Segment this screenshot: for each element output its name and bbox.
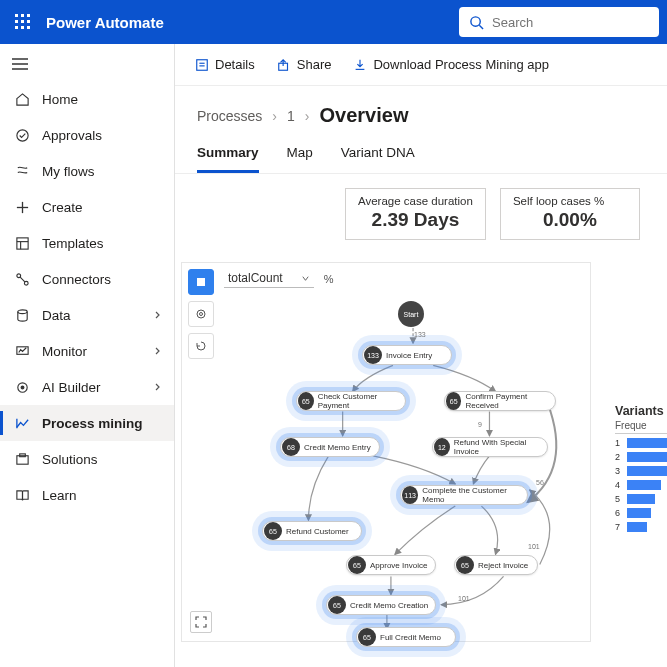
search-input[interactable] <box>492 15 649 30</box>
sidebar-item-approvals[interactable]: Approvals <box>0 117 174 153</box>
monitor-icon <box>12 344 32 359</box>
node-count-badge: 65 <box>264 522 282 540</box>
process-node-refund_customer[interactable]: 65Refund Customer <box>262 521 362 541</box>
edge-count-label: 56 <box>536 479 544 486</box>
variant-row[interactable]: 3 <box>615 466 667 476</box>
node-label: Credit Memo Creation <box>350 601 428 610</box>
cmd-label: Details <box>215 57 255 72</box>
sidebar-item-create[interactable]: Create <box>0 189 174 225</box>
process-node-check_customer_payment[interactable]: 65Check Customer Payment <box>296 391 406 411</box>
metric-row: Average case duration 2.39 Days Self loo… <box>345 188 640 240</box>
node-count-badge: 65 <box>328 596 346 614</box>
content-area: Details Share Download Process Mining ap… <box>175 44 667 667</box>
search-icon <box>469 15 484 30</box>
diagram-mode-2[interactable] <box>188 301 214 327</box>
sidebar-item-templates[interactable]: Templates <box>0 225 174 261</box>
svg-rect-30 <box>197 59 208 70</box>
process-mining-icon <box>12 416 32 431</box>
sidebar-item-data[interactable]: Data <box>0 297 174 333</box>
share-button[interactable]: Share <box>277 57 332 72</box>
sidebar-item-connectors[interactable]: Connectors <box>0 261 174 297</box>
solutions-icon <box>12 452 32 467</box>
node-count-badge: 65 <box>358 628 376 646</box>
download-button[interactable]: Download Process Mining app <box>353 57 549 72</box>
variant-index: 2 <box>615 452 623 462</box>
variant-row[interactable]: 5 <box>615 494 667 504</box>
variant-row[interactable]: 6 <box>615 508 667 518</box>
plus-icon <box>12 200 32 215</box>
cmd-label: Share <box>297 57 332 72</box>
app-launcher-icon[interactable] <box>8 7 38 37</box>
sidebar-toggle[interactable] <box>0 50 174 81</box>
ai-icon <box>12 380 32 395</box>
diagram-mode-1[interactable] <box>188 269 214 295</box>
variant-row[interactable]: 2 <box>615 452 667 462</box>
variant-index: 4 <box>615 480 623 490</box>
metric-dropdown[interactable]: totalCount <box>224 269 314 288</box>
start-node[interactable]: Start <box>398 301 424 327</box>
node-label: Reject Invoice <box>478 561 528 570</box>
sidebar-item-label: Home <box>42 92 78 107</box>
edge-count-label: 101 <box>458 595 470 602</box>
details-button[interactable]: Details <box>195 57 255 72</box>
variant-row[interactable]: 4 <box>615 480 667 490</box>
metric-value: 2.39 Days <box>358 209 473 231</box>
node-label: Refund Customer <box>286 527 349 536</box>
sidebar-item-myflows[interactable]: My flows <box>0 153 174 189</box>
breadcrumb-root[interactable]: Processes <box>197 108 262 124</box>
sidebar-item-label: Connectors <box>42 272 111 287</box>
brand-title: Power Automate <box>46 14 164 31</box>
process-node-complete_customer_memo[interactable]: 113Complete the Customer Memo <box>400 485 528 505</box>
page-title: Overview <box>320 104 409 127</box>
variant-row[interactable]: 1 <box>615 438 667 448</box>
node-count-badge: 133 <box>364 346 382 364</box>
variant-bar <box>627 466 667 476</box>
node-label: Full Credit Memo <box>380 633 441 642</box>
variant-row[interactable]: 7 <box>615 522 667 532</box>
node-count-badge: 65 <box>446 392 461 410</box>
process-node-approve_invoice[interactable]: 65Approve Invoice <box>346 555 436 575</box>
approvals-icon <box>12 128 32 143</box>
process-node-reject_invoice[interactable]: 65Reject Invoice <box>454 555 538 575</box>
flows-icon <box>12 164 32 179</box>
top-bar: Power Automate <box>0 0 667 44</box>
sidebar-item-process-mining[interactable]: Process mining <box>0 405 174 441</box>
sidebar-item-label: Monitor <box>42 344 87 359</box>
process-node-full_credit_memo[interactable]: 65Full Credit Memo <box>356 627 456 647</box>
search-box[interactable] <box>459 7 659 37</box>
sidebar-item-label: Templates <box>42 236 104 251</box>
metric-label: Self loop cases % <box>513 195 627 207</box>
tab-map[interactable]: Map <box>287 145 313 173</box>
metric-label: Average case duration <box>358 195 473 207</box>
process-node-credit_memo_creation[interactable]: 65Credit Memo Creation <box>326 595 436 615</box>
tab-summary[interactable]: Summary <box>197 145 259 173</box>
sidebar-item-solutions[interactable]: Solutions <box>0 441 174 477</box>
sidebar-item-monitor[interactable]: Monitor <box>0 333 174 369</box>
variants-panel: Variants Freque 1234567 <box>615 404 667 532</box>
process-graph[interactable]: Start 133Invoice Entry65Check Customer P… <box>222 307 584 635</box>
process-node-confirm_payment_received[interactable]: 65Confirm Payment Received <box>444 391 556 411</box>
node-label: Confirm Payment Received <box>465 392 549 410</box>
node-count-badge: 65 <box>456 556 474 574</box>
node-label: Credit Memo Entry <box>304 443 371 452</box>
expand-diagram-button[interactable] <box>190 611 212 633</box>
svg-line-10 <box>479 25 483 29</box>
svg-point-36 <box>197 310 205 318</box>
process-node-invoice_entry[interactable]: 133Invoice Entry <box>362 345 452 365</box>
node-label: Invoice Entry <box>386 351 432 360</box>
process-node-refund_special_invoice[interactable]: 12Refund With Special Invoice <box>432 437 548 457</box>
variant-index: 5 <box>615 494 623 504</box>
sidebar-item-label: Solutions <box>42 452 98 467</box>
diagram-mode-3[interactable] <box>188 333 214 359</box>
sidebar-item-home[interactable]: Home <box>0 81 174 117</box>
breadcrumb-mid[interactable]: 1 <box>287 108 295 124</box>
sidebar-item-label: Approvals <box>42 128 102 143</box>
tab-variant-dna[interactable]: Variant DNA <box>341 145 415 173</box>
process-node-credit_memo_entry[interactable]: 68Credit Memo Entry <box>280 437 380 457</box>
variant-bar <box>627 522 647 532</box>
sidebar-item-learn[interactable]: Learn <box>0 477 174 513</box>
svg-rect-17 <box>16 237 27 248</box>
variant-index: 3 <box>615 466 623 476</box>
sidebar-item-aibuilder[interactable]: AI Builder <box>0 369 174 405</box>
variant-index: 1 <box>615 438 623 448</box>
